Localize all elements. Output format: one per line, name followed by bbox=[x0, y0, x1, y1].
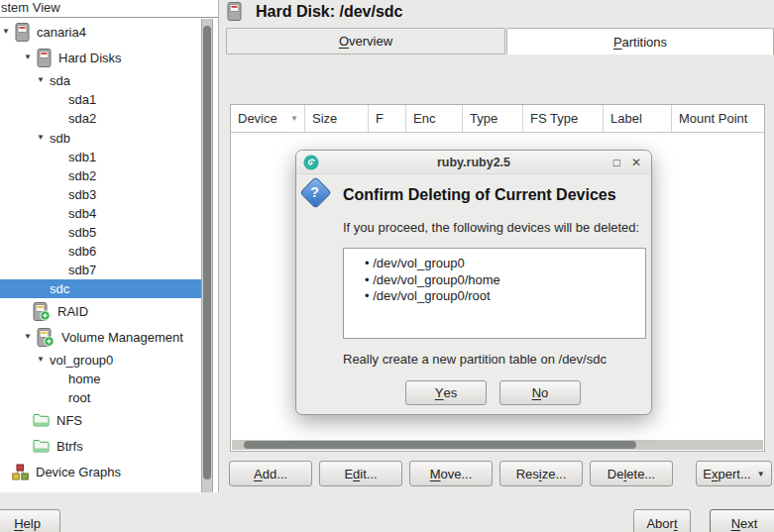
column-header-device[interactable]: Device▼ bbox=[231, 105, 305, 132]
expand-arrow-icon[interactable]: ▼ bbox=[2, 28, 15, 36]
label-text: E bbox=[703, 467, 712, 481]
column-header-size[interactable]: Size bbox=[305, 105, 369, 132]
tree-item-sdb3[interactable]: sdb3 bbox=[0, 185, 201, 204]
label-text: Res bbox=[516, 467, 539, 481]
table-horizontal-scrollbar-thumb[interactable] bbox=[244, 441, 636, 449]
column-header-mount-point[interactable]: Mount Point bbox=[672, 105, 764, 132]
expand-arrow-icon[interactable]: ▼ bbox=[37, 356, 50, 364]
next-button[interactable]: Next bbox=[710, 509, 774, 532]
tree-item-label: sdb7 bbox=[68, 263, 96, 277]
expand-arrow-icon[interactable]: ▼ bbox=[24, 53, 37, 61]
expert-button[interactable]: Expert... ▼ bbox=[696, 461, 772, 486]
expand-arrow-icon[interactable]: ▼ bbox=[37, 76, 50, 84]
label-text: elp bbox=[24, 516, 41, 531]
tree-item-canaria4[interactable]: ▼canaria4 bbox=[0, 19, 201, 45]
label-text: H bbox=[14, 516, 23, 531]
abort-button[interactable]: Abort bbox=[633, 509, 691, 532]
tab-bar: Overview Partitions bbox=[226, 28, 774, 54]
sidebar-scrollbar[interactable] bbox=[201, 19, 213, 492]
computer-icon bbox=[15, 23, 30, 42]
sort-arrow-icon: ▼ bbox=[290, 114, 298, 123]
tree-item-NFS[interactable]: NFS bbox=[0, 407, 201, 433]
tree-item-root[interactable]: root bbox=[0, 388, 201, 407]
yes-button[interactable]: Yes bbox=[405, 380, 487, 405]
tree-item-sdb6[interactable]: sdb6 bbox=[0, 242, 201, 261]
tree-item-label: sda bbox=[50, 73, 70, 88]
tree-item-home[interactable]: home bbox=[0, 370, 201, 388]
tree-item-sda[interactable]: ▼sda bbox=[0, 70, 201, 90]
device-tree[interactable]: ▼canaria4▼Hard Disks▼sdasda1sda2▼sdbsdb1… bbox=[0, 19, 201, 492]
tree-item-label: Device Graphs bbox=[36, 465, 121, 479]
tree-item-label: sdb2 bbox=[68, 168, 96, 183]
label-text: Y bbox=[435, 385, 444, 400]
delete-button[interactable]: Delete... bbox=[590, 461, 673, 486]
partition-toolbar: Add...Edit...Move...Resize...Delete... bbox=[226, 461, 774, 486]
graph-icon bbox=[12, 464, 29, 480]
tree-item-sdb1[interactable]: sdb1 bbox=[0, 148, 201, 166]
edit-button[interactable]: Edit... bbox=[319, 461, 402, 486]
column-header-label: Mount Point bbox=[679, 111, 747, 126]
tree-item-sdb7[interactable]: sdb7 bbox=[0, 261, 201, 279]
tab-partitions[interactable]: Partitions bbox=[506, 28, 774, 54]
sidebar-scrollbar-thumb[interactable] bbox=[203, 26, 211, 479]
tree-item-sda1[interactable]: sda1 bbox=[0, 90, 201, 109]
disk-add-icon bbox=[33, 302, 51, 321]
tree-item-RAID[interactable]: RAID bbox=[0, 298, 201, 324]
page-title-text: Hard Disk: /dev/sdc bbox=[256, 3, 403, 21]
system-view-header: stem View bbox=[0, 0, 218, 18]
no-button[interactable]: No bbox=[499, 380, 581, 405]
tree-item-label: home bbox=[68, 372, 101, 386]
label-text: verview bbox=[349, 34, 392, 49]
tree-item-cut-off[interactable] bbox=[0, 484, 201, 492]
tree-item-sdb2[interactable]: sdb2 bbox=[0, 166, 201, 185]
column-header-enc[interactable]: Enc bbox=[406, 105, 463, 132]
dialog-titlebar[interactable]: ruby.ruby2.5 □ ✕ bbox=[296, 151, 651, 174]
tree-item-Device Graphs[interactable]: Device Graphs bbox=[0, 459, 201, 484]
label-text: ove... bbox=[441, 467, 473, 481]
tree-item-sdb4[interactable]: sdb4 bbox=[0, 204, 201, 223]
label-text: N bbox=[532, 385, 541, 400]
tree-item-Btrfs[interactable]: Btrfs bbox=[0, 433, 201, 459]
label-text: t bbox=[674, 516, 678, 531]
maximize-icon[interactable]: □ bbox=[613, 156, 620, 169]
tree-item-sdb5[interactable]: sdb5 bbox=[0, 223, 201, 242]
move-button[interactable]: Move... bbox=[409, 461, 493, 486]
tree-item-sdb[interactable]: ▼sdb bbox=[0, 128, 201, 148]
page-title: Hard Disk: /dev/sdc bbox=[227, 2, 403, 21]
expand-arrow-icon[interactable]: ▼ bbox=[37, 134, 50, 142]
tree-item-label: sdb6 bbox=[68, 244, 96, 259]
expand-arrow-icon[interactable]: ▼ bbox=[24, 333, 37, 341]
question-mark-glyph: ? bbox=[303, 180, 326, 203]
tab-overview[interactable]: Overview bbox=[226, 28, 505, 54]
column-header-label[interactable]: Label bbox=[604, 105, 672, 132]
tree-item-label: Hard Disks bbox=[58, 51, 122, 65]
tree-item-Hard Disks[interactable]: ▼Hard Disks bbox=[0, 45, 201, 70]
tree-item-sda2[interactable]: sda2 bbox=[0, 109, 201, 128]
resize-button[interactable]: Resize... bbox=[499, 461, 583, 486]
tree-item-sdc[interactable]: sdc bbox=[0, 279, 201, 298]
help-button[interactable]: Help bbox=[0, 509, 60, 532]
table-header-row: Device▼SizeFEncTypeFS TypeLabelMount Poi… bbox=[231, 105, 764, 133]
column-header-fs-type[interactable]: FS Type bbox=[523, 105, 604, 132]
label-text: es bbox=[443, 385, 457, 400]
device-delete-list: /dev/vol_group0/dev/vol_group0/home/dev/… bbox=[343, 248, 646, 339]
column-header-label: Label bbox=[610, 111, 642, 126]
tree-item-vol_group0[interactable]: ▼vol_group0 bbox=[0, 350, 201, 370]
add-button[interactable]: Add... bbox=[229, 461, 312, 486]
label-text: E bbox=[344, 467, 353, 481]
column-header-type[interactable]: Type bbox=[463, 105, 523, 132]
label-text: O bbox=[339, 34, 349, 49]
dialog-title: ruby.ruby2.5 bbox=[296, 156, 651, 169]
confirm-dialog: ruby.ruby2.5 □ ✕ ? Confirm Deleting of C… bbox=[295, 150, 652, 415]
close-icon[interactable]: ✕ bbox=[631, 156, 641, 169]
device-list-item: /dev/vol_group0/home bbox=[344, 272, 645, 289]
hard-disk-icon bbox=[227, 2, 242, 21]
tree-item-Volume Management[interactable]: ▼Volume Management bbox=[0, 324, 201, 350]
column-header-f[interactable]: F bbox=[369, 105, 406, 132]
label-text: o bbox=[541, 385, 548, 400]
tree-item-label: RAID bbox=[57, 304, 88, 319]
table-horizontal-scrollbar[interactable] bbox=[232, 440, 763, 450]
label-text: Abor bbox=[646, 516, 673, 531]
label-text: pert... bbox=[719, 467, 751, 481]
tree-item-label: sda1 bbox=[68, 92, 96, 107]
